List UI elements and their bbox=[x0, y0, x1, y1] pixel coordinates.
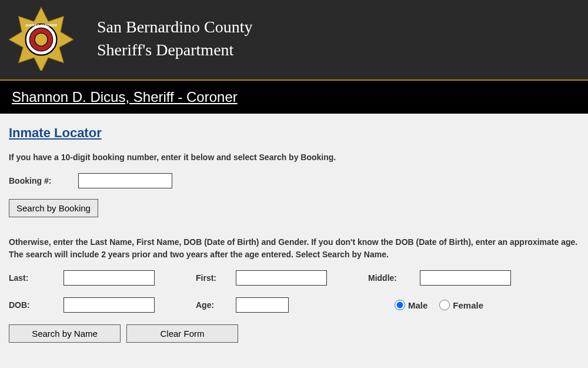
header-title-line1: San Bernardino County bbox=[97, 15, 252, 38]
age-label: Age: bbox=[196, 300, 231, 310]
first-name-group: First: bbox=[196, 270, 327, 286]
male-radio-wrapper: Male bbox=[395, 300, 427, 310]
sheriff-name-link[interactable]: Shannon D. Dicus, Sheriff - Coroner bbox=[12, 89, 238, 105]
female-label: Female bbox=[453, 300, 483, 310]
dob-label: DOB: bbox=[9, 300, 59, 310]
age-input[interactable] bbox=[236, 297, 289, 313]
search-booking-button[interactable]: Search by Booking bbox=[9, 199, 98, 217]
sheriff-badge-icon: SHERIFF-CORONER bbox=[9, 6, 74, 71]
sheriff-name-bar: Shannon D. Dicus, Sheriff - Coroner bbox=[0, 81, 588, 114]
dob-input[interactable] bbox=[64, 297, 155, 313]
last-name-group: Last: bbox=[9, 270, 155, 286]
age-group: Age: bbox=[196, 297, 289, 313]
first-label: First: bbox=[196, 273, 231, 283]
header-title-line2: Sheriff's Department bbox=[97, 38, 252, 61]
male-label: Male bbox=[408, 300, 427, 310]
name-section: Last: First: Middle: DOB: Age: bbox=[9, 270, 579, 343]
dob-group: DOB: bbox=[9, 297, 155, 313]
dob-age-row: DOB: Age: Male Female bbox=[9, 297, 579, 313]
middle-name-group: Middle: bbox=[368, 270, 511, 286]
header-title: San Bernardino County Sheriff's Departme… bbox=[97, 15, 252, 61]
search-name-button[interactable]: Search by Name bbox=[9, 324, 121, 343]
header-bar: SHERIFF-CORONER San Bernardino County Sh… bbox=[0, 0, 588, 81]
male-radio[interactable] bbox=[395, 300, 405, 310]
first-input[interactable] bbox=[236, 270, 327, 286]
main-content: Inmate Locator If you have a 10-digit bo… bbox=[0, 114, 588, 354]
booking-input[interactable] bbox=[78, 173, 172, 188]
bottom-buttons: Search by Name Clear Form bbox=[9, 324, 579, 343]
female-radio[interactable] bbox=[439, 300, 450, 310]
clear-form-button[interactable]: Clear Form bbox=[126, 324, 238, 343]
last-label: Last: bbox=[9, 273, 59, 283]
name-fields-row: Last: First: Middle: bbox=[9, 270, 579, 286]
svg-text:SHERIFF-CORONER: SHERIFF-CORONER bbox=[25, 24, 56, 27]
last-input[interactable] bbox=[64, 270, 155, 286]
gender-group: Male Female bbox=[395, 300, 495, 310]
page-title[interactable]: Inmate Locator bbox=[9, 125, 102, 141]
booking-instruction: If you have a 10-digit booking number, e… bbox=[9, 151, 579, 164]
name-instruction: Otherwise, enter the Last Name, First Na… bbox=[9, 236, 579, 261]
female-radio-wrapper: Female bbox=[439, 300, 483, 310]
booking-row: Booking #: bbox=[9, 173, 579, 188]
booking-button-row: Search by Booking bbox=[9, 199, 579, 217]
middle-input[interactable] bbox=[420, 270, 511, 286]
svg-point-3 bbox=[35, 33, 48, 46]
booking-label: Booking #: bbox=[9, 176, 74, 185]
middle-label: Middle: bbox=[368, 273, 415, 283]
